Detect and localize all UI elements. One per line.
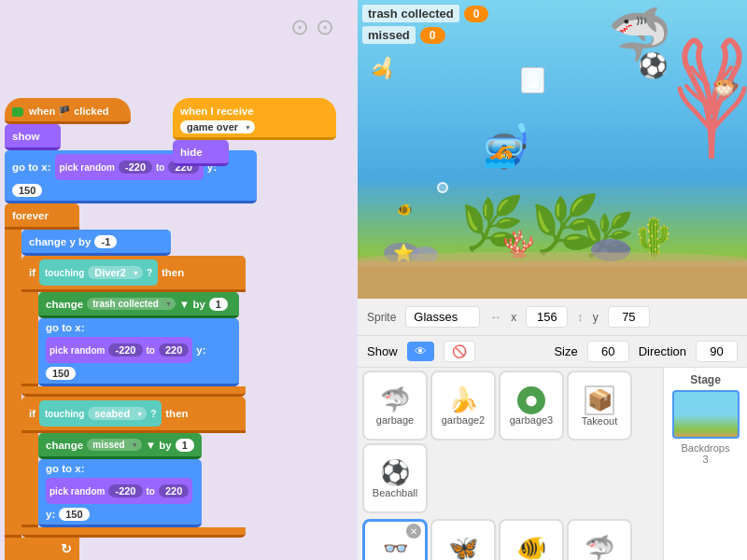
- when-receive-block[interactable]: when I receive game over: [173, 98, 336, 140]
- sprite-item-takeout[interactable]: 📦 Takeout: [567, 371, 632, 441]
- goto-label-2: go to x:: [46, 322, 85, 333]
- diver-body: 🏊: [484, 138, 516, 169]
- missed-label: missed: [362, 26, 416, 44]
- y-value-1: 150: [12, 184, 42, 197]
- sprite-info-bar: Sprite ↔ x ↕ y: [358, 299, 747, 336]
- sprite-item-fish[interactable]: 🐠 Fish: [499, 519, 564, 560]
- trash-collected-label: trash collected: [362, 5, 459, 22]
- sprite-item-garbage3[interactable]: ● garbage3: [499, 371, 564, 441]
- show-label: Show: [367, 344, 398, 358]
- beachball-label: Beachball: [373, 487, 417, 498]
- garbage-label: garbage: [376, 414, 414, 426]
- y-label-3: y:: [46, 509, 55, 520]
- if-diver2-body: change trash collected ▼ by 1 go to x:: [21, 292, 246, 386]
- if-seabed-hat[interactable]: if touching seabed ? then: [21, 397, 246, 433]
- script-stack-1: when 🏴 clicked show go to x: pick random…: [5, 98, 257, 560]
- garbage2-label: garbage2: [442, 414, 486, 426]
- goto-label-3: go to x:: [46, 463, 85, 474]
- beachball-icon: ⚽: [380, 458, 410, 487]
- when-receive-label: when I receive: [180, 105, 254, 117]
- y-coord-input[interactable]: [608, 306, 650, 328]
- garbage2-icon: 🍌: [448, 385, 478, 414]
- if-diver2-hat[interactable]: if touching Diver2 ? then: [21, 256, 246, 292]
- bubble-1: [437, 182, 448, 193]
- missed-dropdown[interactable]: missed: [87, 439, 141, 451]
- if-label-1: if: [29, 267, 35, 278]
- forever-contents: change y by -1 if touching Diver2 ? then: [21, 230, 246, 538]
- trash-collected-dropdown[interactable]: trash collected: [87, 298, 176, 310]
- sprite-item-diver2[interactable]: 🦋 Diver2: [430, 519, 496, 560]
- shark-icon: 🦈: [585, 534, 614, 560]
- sprite-item-glasses[interactable]: ✕ 👓 Glasses: [362, 519, 428, 560]
- touching-seabed-block[interactable]: touching seabed ?: [39, 400, 162, 427]
- change-trash-block[interactable]: change trash collected ▼ by 1: [38, 292, 239, 318]
- show-button[interactable]: 👁: [407, 342, 434, 361]
- sandy-floor: [358, 261, 747, 299]
- sand-mound: [358, 252, 747, 266]
- size-input[interactable]: [587, 341, 629, 362]
- loop-arrow: ↻: [61, 541, 72, 556]
- by-label-1: ▼ by: [179, 299, 205, 310]
- change-missed-block[interactable]: change missed ▼ by 1: [38, 433, 202, 459]
- y-label-2: y:: [196, 344, 205, 356]
- forever-left-rail: [5, 230, 21, 538]
- goto-block-3[interactable]: go to x: pick random -220 to 220 y: 150: [38, 459, 202, 527]
- beachball-sprite: ⚽: [638, 51, 668, 80]
- change-y-block[interactable]: change y by -1: [21, 230, 171, 256]
- pick-random-block-2[interactable]: pick random -220 to 220: [46, 337, 192, 363]
- sprite-item-beachball[interactable]: ⚽ Beachball: [362, 443, 428, 513]
- pick-random-block-3[interactable]: pick random -220 to 220: [46, 478, 192, 504]
- if-seabed-contents: change missed ▼ by 1 go to x: pick ran: [38, 433, 202, 527]
- garbage-icon: 🦈: [380, 385, 410, 414]
- forever-block[interactable]: forever change y by -1 if touch: [5, 203, 257, 560]
- stage-thumbnail[interactable]: [672, 390, 740, 439]
- by-label-2: ▼ by: [146, 440, 172, 451]
- if-diver2-block[interactable]: if touching Diver2 ? then change: [21, 256, 246, 397]
- bottom-area: 🦈 garbage 🍌 garbage2 ● garbage3 📦 Takeou…: [358, 368, 747, 560]
- if-diver2-contents: change trash collected ▼ by 1 go to x:: [38, 292, 239, 386]
- x-label: x: [511, 311, 516, 324]
- fish-icon: 🐠: [516, 534, 546, 560]
- touching-diver2-block[interactable]: touching Diver2 ?: [39, 259, 158, 286]
- code-panel: ⊙ ⊙ when 🏴 clicked show go to x: pick ra…: [0, 0, 358, 560]
- when-clicked-label: when 🏴 clicked: [29, 105, 109, 118]
- if1-left-rail: [21, 292, 38, 386]
- show-label: show: [12, 131, 39, 142]
- if-label-2: if: [29, 408, 35, 419]
- y-value-3: 150: [59, 508, 89, 521]
- if-seabed-block[interactable]: if touching seabed ? then change: [21, 397, 246, 538]
- direction-label: Direction: [639, 344, 686, 358]
- takeout-label: Takeout: [582, 415, 618, 427]
- sprite-item-shark[interactable]: 🦈 Shark: [567, 519, 632, 560]
- sprite-label: Sprite: [367, 311, 396, 324]
- forever-label: forever: [12, 210, 49, 221]
- change-y-label: change y by: [29, 236, 91, 247]
- x-coord-input[interactable]: [526, 306, 568, 328]
- flag-icon: [12, 107, 23, 117]
- change-y-value: -1: [94, 235, 117, 248]
- hide-block[interactable]: hide: [173, 140, 229, 166]
- glasses-delete-btn[interactable]: ✕: [406, 524, 421, 539]
- y-label: y: [593, 311, 599, 324]
- missed-value: 0: [420, 27, 445, 44]
- sprite-name-input[interactable]: [405, 306, 480, 328]
- goto-label: go to x:: [12, 161, 51, 173]
- if-diver2-close: [21, 386, 246, 397]
- if2-left-rail: [21, 433, 38, 527]
- hide-button[interactable]: 🚫: [444, 341, 475, 362]
- forever-body: change y by -1 if touching Diver2 ? then: [5, 230, 257, 538]
- when-flag-clicked-block[interactable]: when 🏴 clicked: [5, 98, 131, 124]
- goto-block-2[interactable]: go to x: pick random -220 to 220 y: 150: [38, 318, 239, 386]
- sprite-item-garbage2[interactable]: 🍌 garbage2: [430, 371, 496, 441]
- glasses-icon: 👓: [383, 537, 408, 561]
- show-block[interactable]: show: [5, 124, 61, 150]
- yellow-fish-right: 🐡: [712, 75, 740, 101]
- garbage3-icon: ●: [517, 386, 545, 414]
- direction-input[interactable]: [696, 341, 738, 362]
- forever-label-block[interactable]: forever: [5, 203, 79, 230]
- game-stage[interactable]: trash collected 0 missed 0 🍌 🦈 🗑 ⚽ 🤿 🏊 🌿…: [358, 0, 747, 299]
- sprite-item-garbage[interactable]: 🦈 garbage: [362, 371, 428, 441]
- y-value-2: 150: [46, 367, 76, 380]
- hide-label: hide: [180, 147, 203, 158]
- game-over-dropdown[interactable]: game over: [180, 120, 255, 133]
